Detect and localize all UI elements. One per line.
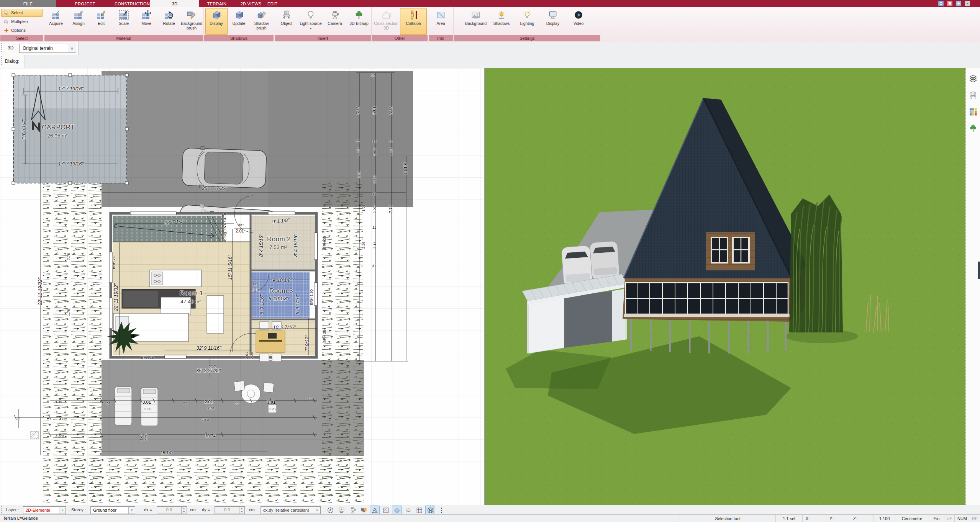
view-select[interactable]: Original terrain ∨ xyxy=(19,44,76,53)
ribbon-button-icon xyxy=(51,10,61,20)
ribbon-tab[interactable]: PROJECT xyxy=(56,0,114,7)
area-button[interactable]: Area xyxy=(430,8,452,35)
ribbon-button-icon xyxy=(471,10,481,20)
terrain-toggle-icon[interactable] xyxy=(370,506,380,515)
drag-grip[interactable] xyxy=(1,43,2,53)
light-source-button[interactable]: Light source xyxy=(299,8,323,35)
ribbon-tab[interactable]: 3D xyxy=(150,0,199,7)
view-select-value: Original terrain xyxy=(20,46,68,51)
ribbon-tab[interactable]: TERRAIN xyxy=(199,0,234,7)
splitter-handle[interactable] xyxy=(978,262,980,279)
ribbon-tab[interactable]: FILE xyxy=(0,0,56,7)
background-brush-button[interactable]: Background brush xyxy=(180,8,203,35)
rotate-button[interactable]: Rotate xyxy=(158,8,180,35)
plan-label: 15.14⁵ xyxy=(161,450,173,455)
plan-label: 3.01 xyxy=(267,400,275,404)
dx-input[interactable]: 0.0 xyxy=(157,506,187,514)
dx-value: 0.0 xyxy=(157,507,181,514)
camera-view-icon[interactable] xyxy=(347,506,357,515)
plan-label: 5.01 xyxy=(372,106,377,114)
select-button[interactable]: Select xyxy=(1,9,43,17)
render-3d-viewport[interactable] xyxy=(484,68,966,505)
plan-label: 17' 7 13/16" xyxy=(58,161,84,167)
shadows-settings-button[interactable]: Shadows xyxy=(489,8,514,35)
move-button[interactable]: Move xyxy=(135,8,157,35)
quick-access-glyph xyxy=(938,1,944,6)
clock-icon[interactable] xyxy=(325,506,335,515)
chevron-down-icon[interactable]: ∨ xyxy=(128,507,135,514)
assign-button[interactable]: Assign xyxy=(67,8,90,35)
video-button[interactable]: Video xyxy=(566,8,591,35)
camera-button[interactable]: Camera xyxy=(323,8,347,35)
dy-unit: cm xyxy=(249,507,255,512)
plan-2d-viewport[interactable]: 17' 7 13/16"16' 5 1/4"17' 7 13/16"CARPOR… xyxy=(0,68,484,505)
quick-access-icon-1[interactable] xyxy=(938,1,944,6)
ribbon-tab[interactable]: 2D VIEWS xyxy=(234,0,267,7)
cross-section-button[interactable]: Cross section 3D xyxy=(373,8,400,35)
spinner-icon[interactable] xyxy=(181,507,187,514)
lighting-settings-button[interactable]: Lighting xyxy=(515,8,540,35)
ribbon-button-label: Area xyxy=(436,21,445,26)
layer-select[interactable]: 2D-Elemente ∨ xyxy=(23,506,66,514)
contour-toggle-icon[interactable] xyxy=(403,506,413,515)
plan-label: 62 xyxy=(183,401,187,405)
quick-access-icon-4[interactable] xyxy=(965,1,970,6)
status-cell: Ein xyxy=(929,515,944,522)
plants-icon[interactable] xyxy=(969,124,978,133)
acquire-button[interactable]: Acquire xyxy=(45,8,67,35)
plan-label: 26.95 m² xyxy=(47,133,67,139)
chevron-down-icon[interactable]: ∨ xyxy=(68,44,76,52)
update-shadows-button[interactable]: Update xyxy=(228,8,250,35)
ribbon-group-select: SelectMultipleOptions Select xyxy=(0,7,44,42)
quick-access-icon-2[interactable] xyxy=(947,1,952,6)
background-settings-button[interactable]: Background xyxy=(463,8,488,35)
more-options-icon[interactable] xyxy=(436,506,446,515)
quick-access-icon-3[interactable] xyxy=(956,1,961,6)
object-button[interactable]: Object xyxy=(275,8,298,35)
display-settings-button[interactable]: Display xyxy=(540,8,565,35)
drag-grip[interactable] xyxy=(1,56,2,66)
multiple-button[interactable]: Multiple xyxy=(1,18,43,26)
plan-label: 2.26 xyxy=(144,434,148,441)
storey-select[interactable]: Ground floor ∨ xyxy=(90,506,135,514)
dialog-label: Dialog: xyxy=(5,59,19,64)
materials-icon[interactable] xyxy=(969,107,978,116)
collision-button[interactable]: Collision xyxy=(400,8,427,35)
drag-grip[interactable] xyxy=(1,506,2,514)
coordinate-mode-select[interactable]: dx,dy (relative cartesian) ∨ xyxy=(261,506,321,514)
plan-label: 14.10⁵ xyxy=(403,162,408,175)
plan-label: 6' 9 1/16" xyxy=(295,295,300,314)
spinner-icon[interactable] xyxy=(239,507,244,514)
bitmap-3d-button[interactable]: 3D-Bitmap xyxy=(347,8,371,35)
options-button[interactable]: Options xyxy=(1,26,43,34)
ribbon-group-insert: ObjectLight sourceCamera3D-Bitmap Insert xyxy=(274,7,372,42)
scale-button[interactable]: Scale xyxy=(113,8,135,35)
tiles-toggle-icon[interactable] xyxy=(392,506,402,515)
shadow-brush-button[interactable]: Shadow brush xyxy=(251,8,273,35)
grid-toggle-icon[interactable] xyxy=(414,506,424,515)
colors-icon[interactable] xyxy=(359,506,369,515)
hatching-toggle-icon[interactable] xyxy=(381,506,391,515)
plan-label: BRH 75 xyxy=(111,256,116,269)
group-label-select: Select xyxy=(0,35,43,41)
north-toggle-icon[interactable] xyxy=(425,506,435,515)
ribbon-tab[interactable]: CONSTRUCTION xyxy=(114,0,150,7)
ribbon-button-label: Rotate xyxy=(163,21,175,26)
ribbon-button-icon xyxy=(436,10,446,20)
dy-input[interactable]: 0.0 xyxy=(215,506,245,514)
chevron-down-icon[interactable]: ∨ xyxy=(314,507,320,514)
ribbon-button-icon xyxy=(354,10,364,20)
ribbon-tab[interactable]: EDIT xyxy=(267,0,277,7)
plan-label: 1.76 xyxy=(66,309,70,316)
display-shadows-button[interactable]: Display xyxy=(205,8,228,35)
plan-label: 10.74 xyxy=(205,434,216,438)
plan-label: 2.26 xyxy=(144,407,152,411)
furniture-icon[interactable] xyxy=(969,91,978,100)
ribbon-button-icon xyxy=(74,10,84,20)
render-monitor-icon[interactable] xyxy=(336,506,346,515)
plan-label: BRH 35 xyxy=(322,236,326,249)
edit-button[interactable]: Edit xyxy=(90,8,112,35)
plan-label: BRH 1.50 xyxy=(309,289,313,305)
chevron-down-icon[interactable]: ∨ xyxy=(59,507,66,514)
layers-icon[interactable] xyxy=(969,74,978,83)
